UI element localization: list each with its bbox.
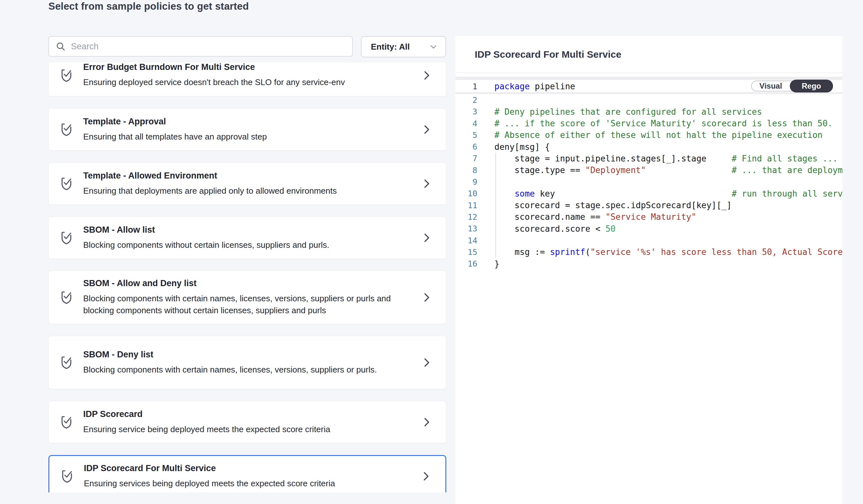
code-line: 15 msg := sprintf("service '%s' has scor… xyxy=(455,246,842,258)
policy-description: Ensuring that deployments are applied on… xyxy=(83,185,337,197)
policy-text: SBOM - Allow and Deny list Blocking comp… xyxy=(83,279,399,316)
code-line: 5# Absence of either of these will not h… xyxy=(455,129,842,141)
shield-check-icon xyxy=(59,354,74,371)
policy-card[interactable]: Template - Approval Ensuring that all te… xyxy=(48,108,446,151)
entity-filter-dropdown[interactable]: Entity: All xyxy=(361,36,446,57)
shield-check-icon xyxy=(59,230,74,246)
scrollbar-track-top xyxy=(455,77,842,80)
code-text: scorecard.name == "Service Maturity" xyxy=(477,212,696,222)
policy-card[interactable]: Error Budget Burndown For Multi Service … xyxy=(48,63,446,97)
policy-title: Error Budget Burndown For Multi Service xyxy=(83,63,345,72)
policy-list: Error Budget Burndown For Multi Service … xyxy=(48,63,446,492)
policy-description: Ensuring deployed service doesn't breach… xyxy=(83,76,345,88)
policy-description: Ensuring services being deployed meets t… xyxy=(84,478,335,490)
policy-title: Template - Allowed Environment xyxy=(83,171,337,181)
detail-panel-title: IDP Scorecard For Multi Service xyxy=(475,49,622,60)
policy-text: Error Budget Burndown For Multi Service … xyxy=(83,63,345,88)
chevron-right-icon xyxy=(422,69,432,81)
line-number: 2 xyxy=(455,95,477,105)
line-number: 8 xyxy=(455,166,477,175)
code-line: 14 xyxy=(455,235,842,246)
policy-text: SBOM - Deny list Blocking components wit… xyxy=(83,350,377,376)
policy-description: Blocking components with certain names, … xyxy=(83,293,399,316)
line-number: 7 xyxy=(455,154,477,163)
code-editor: 1package pipeline23# Deny pipelines that… xyxy=(455,80,842,270)
chevron-down-icon xyxy=(429,42,438,52)
policy-description: Ensuring service being deployed meets th… xyxy=(83,424,330,435)
line-number: 3 xyxy=(455,107,477,116)
policy-text: Template - Approval Ensuring that all te… xyxy=(83,117,267,143)
line-number: 12 xyxy=(455,212,477,222)
page-title: Select from sample policies to get start… xyxy=(48,1,249,12)
policy-title: SBOM - Allow list xyxy=(83,225,329,235)
line-number: 9 xyxy=(455,177,477,186)
code-line: 2 xyxy=(455,94,842,106)
code-text: deny[msg] { xyxy=(477,142,550,152)
chevron-right-icon xyxy=(422,292,432,303)
shield-check-icon xyxy=(59,176,74,192)
chevron-right-icon xyxy=(422,416,432,428)
shield-check-icon xyxy=(59,289,74,306)
policy-title: Template - Approval xyxy=(83,117,267,127)
code-line: 10 some key # run through all services xyxy=(455,188,842,199)
policy-card[interactable]: SBOM - Allow and Deny list Blocking comp… xyxy=(48,271,446,324)
policy-text: IDP Scorecard Ensuring service being dep… xyxy=(83,409,330,435)
line-number: 14 xyxy=(455,236,477,245)
line-number: 1 xyxy=(455,82,477,91)
line-number: 13 xyxy=(455,224,477,233)
code-text: scorecard = stage.spec.idpScorecard[key]… xyxy=(477,201,732,210)
code-line: 9 xyxy=(455,176,842,188)
policy-title: IDP Scorecard xyxy=(83,409,330,419)
indent-guide xyxy=(495,153,496,258)
line-number: 11 xyxy=(455,201,477,210)
code-line: 8 stage.type == "Deployment" # ... that … xyxy=(455,164,842,176)
code-text: stage.type == "Deployment" # ... that ar… xyxy=(477,165,842,175)
search-icon xyxy=(55,41,66,52)
code-text: } xyxy=(477,259,500,269)
code-line: 7 stage = input.pipeline.stages[_].stage… xyxy=(455,153,842,164)
code-line: 6deny[msg] { xyxy=(455,141,842,152)
visual-rego-toggle[interactable]: Visual Rego xyxy=(751,80,833,91)
line-number: 15 xyxy=(455,247,477,257)
detail-panel-header: IDP Scorecard For Multi Service xyxy=(455,36,842,73)
code-line: 13 scorecard.score < 50 xyxy=(455,223,842,235)
code-text: # ... if the score of 'Service Maturity'… xyxy=(477,119,833,128)
toggle-option-visual[interactable]: Visual xyxy=(752,81,790,91)
code-line: 16} xyxy=(455,258,842,269)
code-text: # Absence of either of these will not ha… xyxy=(477,130,822,140)
chevron-right-icon xyxy=(422,357,432,368)
entity-filter-label: Entity: All xyxy=(371,42,410,52)
policy-text: SBOM - Allow list Blocking components wi… xyxy=(83,225,329,251)
policy-card[interactable]: IDP Scorecard For Multi Service Ensuring… xyxy=(48,455,446,492)
line-number: 6 xyxy=(455,142,477,152)
search-input[interactable] xyxy=(71,41,346,52)
policy-card[interactable]: Template - Allowed Environment Ensuring … xyxy=(48,163,446,205)
policy-description: Blocking components with certain names, … xyxy=(83,364,377,376)
policy-description: Ensuring that all templates have an appr… xyxy=(83,131,267,143)
shield-check-icon xyxy=(59,121,74,138)
policy-description: Blocking components without certain lice… xyxy=(83,239,329,251)
policy-text: IDP Scorecard For Multi Service Ensuring… xyxy=(84,463,335,490)
code-line: 3# Deny pipelines that are configured fo… xyxy=(455,106,842,118)
policy-card[interactable]: IDP Scorecard Ensuring service being dep… xyxy=(48,401,446,443)
code-text: package pipeline xyxy=(477,81,575,91)
code-line: 12 scorecard.name == "Service Maturity" xyxy=(455,211,842,223)
policy-title: IDP Scorecard For Multi Service xyxy=(84,463,335,474)
policy-card[interactable]: SBOM - Deny list Blocking components wit… xyxy=(48,336,446,389)
code-text: scorecard.score < 50 xyxy=(477,224,616,234)
detail-panel: IDP Scorecard For Multi Service 1package… xyxy=(455,36,842,504)
policy-title: SBOM - Deny list xyxy=(83,350,377,360)
policy-title: SBOM - Allow and Deny list xyxy=(83,279,399,288)
chevron-right-icon xyxy=(422,124,432,135)
line-number: 10 xyxy=(455,189,477,198)
code-text: stage = input.pipeline.stages[_].stage #… xyxy=(477,154,838,164)
shield-check-icon xyxy=(59,414,74,430)
toggle-option-rego[interactable]: Rego xyxy=(790,80,833,92)
code-line: 11 scorecard = stage.spec.idpScorecard[k… xyxy=(455,199,842,211)
line-number: 4 xyxy=(455,119,477,128)
chevron-right-icon xyxy=(422,232,432,244)
chevron-right-icon xyxy=(421,470,431,482)
line-number: 5 xyxy=(455,130,477,140)
shield-check-icon xyxy=(60,468,74,484)
policy-card[interactable]: SBOM - Allow list Blocking components wi… xyxy=(48,217,446,259)
